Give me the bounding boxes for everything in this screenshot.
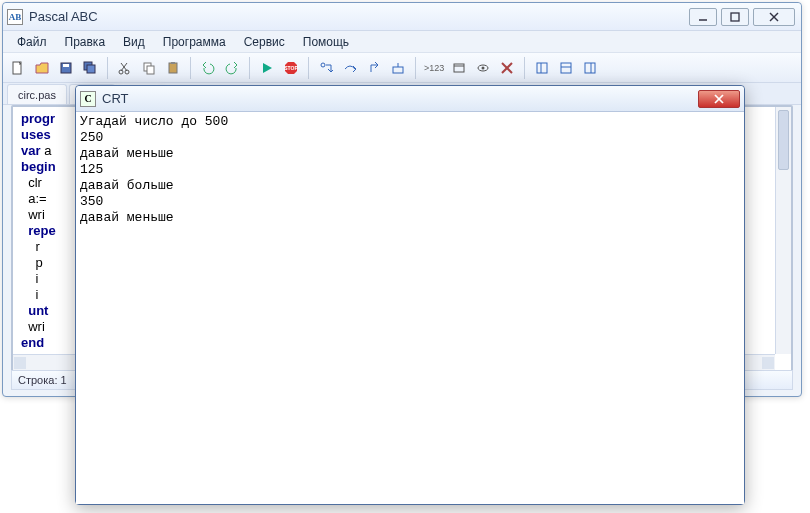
undo-icon[interactable] [197, 57, 219, 79]
menubar: Файл Правка Вид Программа Сервис Помощь [3, 31, 801, 53]
maximize-button[interactable] [721, 8, 749, 26]
toolbar-123-label: >123 [422, 63, 446, 73]
window-controls [689, 8, 795, 26]
cut-icon[interactable] [114, 57, 136, 79]
step-into-icon[interactable] [315, 57, 337, 79]
tab-label: circ.pas [18, 89, 56, 101]
save-icon[interactable] [55, 57, 77, 79]
crt-title: CRT [102, 91, 128, 106]
menu-file[interactable]: Файл [9, 32, 55, 52]
menu-service[interactable]: Сервис [236, 32, 293, 52]
ide-titlebar[interactable]: AB Pascal ABC [3, 3, 801, 31]
svg-rect-1 [731, 13, 739, 21]
editor-tab-circ[interactable]: circ.pas [7, 84, 67, 104]
window-title: Pascal ABC [29, 9, 98, 24]
toolbar: STOP >123 [3, 53, 801, 83]
run-icon[interactable] [256, 57, 278, 79]
svg-rect-23 [454, 64, 464, 72]
trace-icon[interactable] [387, 57, 409, 79]
svg-marker-17 [263, 63, 272, 73]
svg-rect-29 [537, 63, 547, 73]
svg-rect-6 [63, 64, 69, 67]
crt-icon: C [80, 91, 96, 107]
new-file-icon[interactable] [7, 57, 29, 79]
svg-rect-31 [561, 63, 571, 73]
step-out-icon[interactable] [363, 57, 385, 79]
copy-icon[interactable] [138, 57, 160, 79]
status-line: Строка: 1 [18, 374, 78, 386]
panel3-icon[interactable] [579, 57, 601, 79]
svg-rect-14 [147, 66, 154, 74]
svg-point-20 [321, 63, 325, 67]
panel1-icon[interactable] [531, 57, 553, 79]
save-all-icon[interactable] [79, 57, 101, 79]
vertical-scrollbar[interactable] [775, 107, 791, 354]
svg-rect-8 [87, 65, 95, 73]
redo-icon[interactable] [221, 57, 243, 79]
app-icon: AB [7, 9, 23, 25]
svg-rect-33 [585, 63, 595, 73]
window-icon[interactable] [448, 57, 470, 79]
step-over-icon[interactable] [339, 57, 361, 79]
delete-icon[interactable] [496, 57, 518, 79]
crt-window: C CRT Угадай число до 500 250 давай мень… [75, 85, 745, 505]
panel2-icon[interactable] [555, 57, 577, 79]
crt-close-button[interactable] [698, 90, 740, 108]
open-file-icon[interactable] [31, 57, 53, 79]
minimize-button[interactable] [689, 8, 717, 26]
watch-icon[interactable] [472, 57, 494, 79]
menu-program[interactable]: Программа [155, 32, 234, 52]
svg-rect-15 [169, 63, 177, 73]
scrollbar-thumb[interactable] [778, 110, 789, 170]
crt-output: Угадай число до 500 250 давай меньше 125… [76, 112, 744, 504]
svg-point-26 [482, 66, 485, 69]
menu-view[interactable]: Вид [115, 32, 153, 52]
crt-titlebar[interactable]: C CRT [76, 86, 744, 112]
menu-help[interactable]: Помощь [295, 32, 357, 52]
svg-rect-16 [171, 62, 175, 64]
paste-icon[interactable] [162, 57, 184, 79]
svg-text:STOP: STOP [284, 65, 298, 71]
close-button[interactable] [753, 8, 795, 26]
svg-rect-21 [393, 67, 403, 73]
stop-icon[interactable]: STOP [280, 57, 302, 79]
menu-edit[interactable]: Правка [57, 32, 114, 52]
